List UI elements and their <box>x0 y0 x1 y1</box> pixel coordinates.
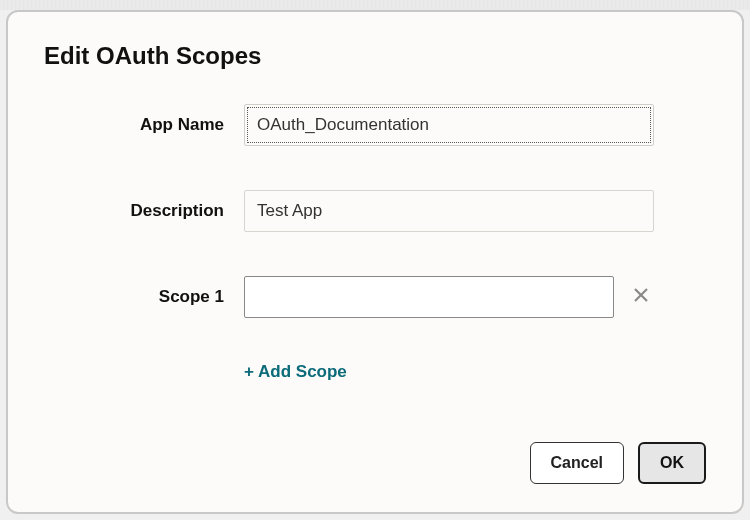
description-label: Description <box>44 201 244 221</box>
app-name-input[interactable] <box>244 104 654 146</box>
cancel-button[interactable]: Cancel <box>530 442 624 484</box>
window-chrome-strip <box>0 0 750 10</box>
edit-oauth-scopes-dialog: Edit OAuth Scopes App Name Description S… <box>6 10 744 514</box>
description-input[interactable] <box>244 190 654 232</box>
scope-1-label: Scope 1 <box>44 287 244 307</box>
dialog-button-row: Cancel OK <box>44 442 706 484</box>
remove-scope-icon[interactable] <box>632 286 650 308</box>
ok-button[interactable]: OK <box>638 442 706 484</box>
scope-1-row: Scope 1 <box>44 276 706 318</box>
form-area: App Name Description Scope 1 + Add Scope <box>44 104 706 442</box>
scope-1-input[interactable] <box>244 276 614 318</box>
add-scope-row: + Add Scope <box>44 362 706 382</box>
app-name-label: App Name <box>44 115 244 135</box>
app-name-row: App Name <box>44 104 706 146</box>
description-row: Description <box>44 190 706 232</box>
add-scope-link[interactable]: + Add Scope <box>244 362 347 382</box>
dialog-title: Edit OAuth Scopes <box>44 42 706 70</box>
